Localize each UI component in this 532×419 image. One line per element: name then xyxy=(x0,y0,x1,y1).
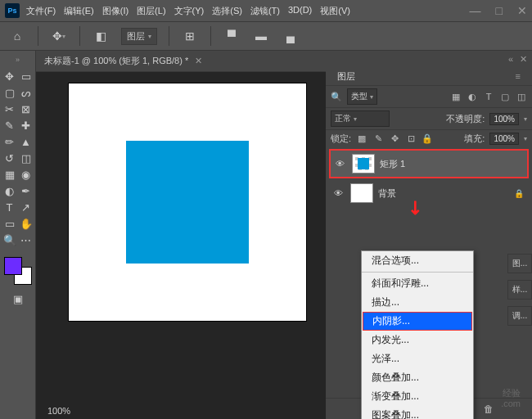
lock-label: 锁定: xyxy=(331,133,351,145)
dodge-tool[interactable]: ◐ xyxy=(2,183,17,198)
history-brush-tool[interactable]: ↺ xyxy=(2,151,17,165)
layer-thumbnail[interactable] xyxy=(350,183,373,203)
menu-filter[interactable]: 滤镜(T) xyxy=(250,5,280,17)
lock-artboard-icon[interactable]: ⊡ xyxy=(405,133,417,145)
fx-menu-color-overlay[interactable]: 颜色叠加... xyxy=(362,368,473,387)
fill-value[interactable]: 100% xyxy=(489,133,519,145)
fx-menu-gradient-overlay[interactable]: 渐变叠加... xyxy=(362,387,473,406)
layer-name[interactable]: 背景 xyxy=(378,187,509,200)
fx-menu-inner-glow[interactable]: 内发光... xyxy=(362,331,473,349)
lock-trans-icon[interactable]: ▩ xyxy=(356,133,367,145)
home-icon[interactable]: ⌂ xyxy=(8,27,26,45)
stamp-tool[interactable]: ▲ xyxy=(19,134,34,149)
canvas[interactable] xyxy=(69,83,306,321)
opacity-label: 不透明度: xyxy=(446,113,485,125)
layer-select-dropdown[interactable]: 图层▾ xyxy=(121,28,157,45)
panel-close-icon[interactable]: ✕ xyxy=(520,54,527,65)
transform-controls-icon[interactable]: ⊞ xyxy=(181,27,199,45)
app-logo: Ps xyxy=(5,3,20,18)
status-bar: 100% xyxy=(36,403,82,419)
gradient-tool[interactable]: ▦ xyxy=(2,167,17,182)
filter-shape-icon[interactable]: ▢ xyxy=(499,91,511,102)
layer-name[interactable]: 矩形 1 xyxy=(380,158,522,170)
color-swatches[interactable] xyxy=(4,257,32,285)
trash-icon[interactable]: 🗑 xyxy=(484,403,494,415)
more-tools[interactable]: ⋯ xyxy=(19,232,34,247)
brush-tool[interactable]: ✏ xyxy=(2,134,17,149)
zoom-tool[interactable]: 🔍 xyxy=(2,232,17,247)
menu-image[interactable]: 图像(I) xyxy=(102,5,128,17)
menu-layer[interactable]: 图层(L) xyxy=(137,5,165,17)
menu-bar: 文件(F) 编辑(E) 图像(I) 图层(L) 文字(Y) 选择(S) 滤镜(T… xyxy=(26,5,470,17)
layer-thumbnail[interactable] xyxy=(352,154,375,173)
menu-select[interactable]: 选择(S) xyxy=(212,5,242,17)
panel-collapse-icon[interactable]: « xyxy=(508,54,513,64)
fx-menu-inner-shadow[interactable]: 内阴影... xyxy=(363,312,472,331)
maximize-button[interactable]: □ xyxy=(496,4,503,17)
auto-select-icon[interactable]: ◧ xyxy=(92,27,110,45)
menu-type[interactable]: 文字(Y) xyxy=(174,5,205,17)
artboard-tool[interactable]: ▭ xyxy=(19,69,34,83)
type-tool[interactable]: T xyxy=(2,200,17,214)
watermark: 经验 .com xyxy=(501,388,521,409)
blend-mode-dropdown[interactable]: 正常▾ xyxy=(331,110,390,127)
foreground-color[interactable] xyxy=(4,257,22,275)
crop-tool[interactable]: ✂ xyxy=(2,101,17,116)
move-tool[interactable]: ✥ xyxy=(2,69,17,83)
lock-pos-icon[interactable]: ✥ xyxy=(389,133,400,145)
fx-menu-blending[interactable]: 混合选项... xyxy=(362,251,473,270)
lock-icon: 🔒 xyxy=(514,189,524,198)
shape-rectangle[interactable] xyxy=(126,141,249,264)
window-controls: — □ ✕ xyxy=(470,4,527,17)
opacity-value[interactable]: 100% xyxy=(489,113,519,125)
visibility-icon[interactable]: 👁 xyxy=(336,159,347,169)
side-tab-2[interactable]: 样... xyxy=(507,280,532,300)
close-tab-icon[interactable]: ✕ xyxy=(195,56,202,66)
filter-type-icon[interactable]: T xyxy=(483,91,494,102)
side-tab-1[interactable]: 图... xyxy=(507,254,532,273)
lock-all-icon[interactable]: 🔒 xyxy=(422,133,433,145)
menu-file[interactable]: 文件(F) xyxy=(26,5,56,17)
lock-image-icon[interactable]: ✎ xyxy=(372,133,384,145)
filter-adjust-icon[interactable]: ◐ xyxy=(467,91,478,102)
blur-tool[interactable]: ◉ xyxy=(19,167,34,182)
side-tab-3[interactable]: 调... xyxy=(507,306,532,326)
healing-tool[interactable]: ✚ xyxy=(19,118,34,133)
fx-menu-bevel[interactable]: 斜面和浮雕... xyxy=(362,274,473,293)
eraser-tool[interactable]: ◫ xyxy=(19,151,34,165)
lasso-tool[interactable]: ᔕ xyxy=(19,85,34,100)
hand-tool[interactable]: ✋ xyxy=(19,216,34,231)
align-top-icon[interactable]: ▀ xyxy=(223,27,241,45)
fx-menu-satin[interactable]: 光泽... xyxy=(362,349,473,368)
menu-edit[interactable]: 编辑(E) xyxy=(64,5,94,17)
panel-menu-icon[interactable]: ≡ xyxy=(509,70,527,83)
filter-pixel-icon[interactable]: ▦ xyxy=(450,91,462,102)
align-bottom-icon[interactable]: ▄ xyxy=(282,27,300,45)
path-tool[interactable]: ↗ xyxy=(19,200,34,214)
minimize-button[interactable]: — xyxy=(470,4,481,17)
fx-menu-stroke[interactable]: 描边... xyxy=(362,293,473,312)
options-bar: ⌂ ✥ ▾ ◧ 图层▾ ⊞ ▀ ▬ ▄ xyxy=(0,21,532,51)
document-tab[interactable]: 未标题-1 @ 100% (矩形 1, RGB/8) * ✕ xyxy=(36,51,326,72)
pen-tool[interactable]: ✒ xyxy=(19,183,34,198)
filter-type-dropdown[interactable]: 类型▾ xyxy=(347,88,377,105)
move-icon[interactable]: ✥ ▾ xyxy=(50,27,68,45)
align-middle-icon[interactable]: ▬ xyxy=(252,27,270,45)
layer-item-background[interactable]: 👁 背景 🔒 xyxy=(329,180,529,206)
rectangle-tool[interactable]: ▭ xyxy=(2,216,17,231)
quickmask-icon[interactable]: ▣ xyxy=(11,291,25,306)
marquee-tool[interactable]: ▢ xyxy=(2,85,17,100)
layers-tab[interactable]: 图层 xyxy=(331,69,362,84)
close-button[interactable]: ✕ xyxy=(517,4,527,17)
layer-item-shape[interactable]: 👁 矩形 1 xyxy=(329,149,529,178)
eyedropper-tool[interactable]: ✎ xyxy=(2,118,17,133)
filter-smart-icon[interactable]: ◫ xyxy=(516,91,527,102)
titlebar: Ps 文件(F) 编辑(E) 图像(I) 图层(L) 文字(Y) 选择(S) 滤… xyxy=(0,0,532,21)
frame-tool[interactable]: ⊠ xyxy=(19,101,34,116)
collapsed-panel-tabs: 图... 样... 调... xyxy=(507,254,532,326)
zoom-level[interactable]: 100% xyxy=(47,406,70,416)
menu-view[interactable]: 视图(V) xyxy=(320,5,350,17)
visibility-icon[interactable]: 👁 xyxy=(334,188,345,198)
fx-menu-pattern-overlay[interactable]: 图案叠加... xyxy=(362,406,473,419)
menu-3d[interactable]: 3D(D) xyxy=(288,5,312,17)
